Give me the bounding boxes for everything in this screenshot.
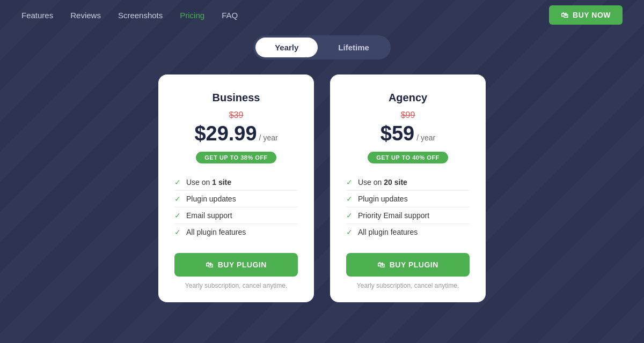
- shopping-bag-icon: 🛍: [377, 260, 385, 269]
- toggle-yearly[interactable]: Yearly: [255, 38, 318, 57]
- business-price-row: $29.99 / year: [194, 122, 277, 145]
- agency-original-price: $99: [401, 110, 415, 120]
- agency-buy-button[interactable]: 🛍 BUY PLUGIN: [346, 253, 470, 277]
- business-original-price: $39: [229, 110, 244, 120]
- nav-screenshots[interactable]: Screenshots: [118, 11, 163, 20]
- buy-now-button[interactable]: 🛍 BUY NOW: [549, 5, 623, 25]
- business-subscription-note: Yearly subscription, cancel anytime.: [185, 282, 287, 289]
- nav-faq[interactable]: FAQ: [222, 11, 238, 20]
- check-icon: ✓: [346, 228, 353, 236]
- list-item: ✓ Plugin updates: [346, 191, 470, 207]
- agency-title: Agency: [389, 92, 427, 104]
- nav-pricing[interactable]: Pricing: [180, 11, 204, 20]
- business-period: / year: [259, 133, 278, 142]
- pricing-cards: Business $39 $29.99 / year GET UP TO 38%…: [0, 74, 644, 302]
- agency-subscription-note: Yearly subscription, cancel anytime.: [357, 282, 459, 289]
- shopping-bag-icon: 🛍: [206, 260, 214, 269]
- navigation: Features Reviews Screenshots Pricing FAQ…: [0, 0, 644, 30]
- check-icon: ✓: [174, 211, 181, 220]
- check-icon: ✓: [174, 228, 181, 236]
- check-icon: ✓: [174, 195, 181, 203]
- agency-period: / year: [416, 133, 435, 142]
- list-item: ✓ Use on 20 site: [346, 174, 470, 191]
- agency-features: ✓ Use on 20 site ✓ Plugin updates ✓ Prio…: [346, 174, 470, 240]
- list-item: ✓ All plugin features: [346, 224, 470, 240]
- nav-reviews[interactable]: Reviews: [70, 11, 101, 20]
- business-title: Business: [213, 92, 260, 104]
- agency-discount-badge: GET UP TO 40% OFF: [368, 152, 448, 163]
- business-features: ✓ Use on 1 site ✓ Plugin updates ✓ Email…: [174, 174, 298, 240]
- business-buy-button[interactable]: 🛍 BUY PLUGIN: [174, 253, 298, 277]
- list-item: ✓ Use on 1 site: [174, 174, 298, 191]
- toggle-lifetime[interactable]: Lifetime: [319, 38, 389, 57]
- toggle-pill: Yearly Lifetime: [253, 35, 391, 59]
- check-icon: ✓: [346, 178, 353, 187]
- nav-features[interactable]: Features: [21, 11, 53, 20]
- agency-price: $59: [380, 122, 414, 145]
- billing-toggle: Yearly Lifetime: [0, 35, 644, 59]
- business-price: $29.99: [194, 122, 257, 145]
- business-discount-badge: GET UP TO 38% OFF: [196, 152, 276, 163]
- agency-card: Agency $99 $59 / year GET UP TO 40% OFF …: [330, 74, 486, 302]
- list-item: ✓ Plugin updates: [174, 191, 298, 207]
- nav-links: Features Reviews Screenshots Pricing FAQ: [21, 11, 549, 20]
- agency-price-row: $59 / year: [380, 122, 435, 145]
- shopping-bag-icon: 🛍: [561, 11, 569, 19]
- check-icon: ✓: [346, 211, 353, 220]
- list-item: ✓ Priority Email support: [346, 207, 470, 224]
- business-card: Business $39 $29.99 / year GET UP TO 38%…: [158, 74, 314, 302]
- check-icon: ✓: [174, 178, 181, 187]
- check-icon: ✓: [346, 195, 353, 203]
- list-item: ✓ Email support: [174, 207, 298, 224]
- list-item: ✓ All plugin features: [174, 224, 298, 240]
